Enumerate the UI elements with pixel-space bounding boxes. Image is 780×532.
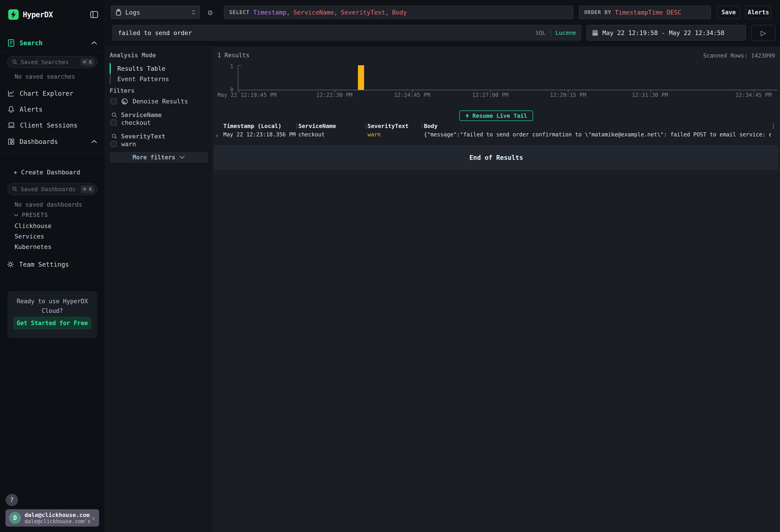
preset-services[interactable]: Services <box>14 233 44 240</box>
search-icon[interactable] <box>111 134 117 139</box>
search-bar[interactable]: SQL | Lucene <box>112 25 581 41</box>
sql-keyword: ORDER BY <box>584 9 611 15</box>
source-select[interactable]: Logs <box>111 6 200 19</box>
sql-mode-toggle[interactable]: SQL <box>535 30 545 36</box>
promo-line1: Ready to use HyperDX <box>7 296 97 306</box>
sidebar-collapse-icon[interactable] <box>90 11 98 18</box>
user-info: dale@clickhouse.com dale@clickhouse.com'… <box>25 512 91 524</box>
lucene-mode-toggle[interactable]: Lucene <box>555 30 576 36</box>
chevron-up-icon[interactable] <box>91 140 97 143</box>
column-header-servicename[interactable]: ServiceName <box>298 123 360 129</box>
column-header-body[interactable]: Body <box>424 123 492 129</box>
sidebar-item-search[interactable]: Search <box>0 38 105 48</box>
select-columns-input[interactable]: SELECT Timestamp, ServiceName, SeverityT… <box>224 6 573 19</box>
row-expand-icon[interactable]: › <box>215 132 219 139</box>
sidebar-item-team-settings[interactable]: Team Settings <box>0 259 105 270</box>
sql-column: ServiceName <box>293 9 334 16</box>
language-toggle: SQL | Lucene <box>535 30 581 36</box>
topbar: Logs ⚙ SELECT Timestamp, ServiceName, Se… <box>105 0 780 47</box>
saved-dashboards-input[interactable] <box>21 186 81 193</box>
mode-results-table[interactable]: Results Table <box>110 63 205 74</box>
no-saved-searches-text: No saved searches <box>14 73 75 80</box>
filter-option-label: warn <box>121 141 136 148</box>
x-tick-label: 12:22:30 PM <box>316 92 352 98</box>
time-range-picker[interactable]: May 22 12:19:58 - May 22 12:34:58 <box>587 25 746 41</box>
sidebar-item-dashboards[interactable]: Dashboards <box>0 136 105 147</box>
search-icon <box>12 59 17 65</box>
more-filters-button[interactable]: More filters <box>110 152 208 163</box>
live-tail-row: Resume Live Tail <box>212 110 780 121</box>
results-area: 1 Results Scanned Rows: 1423099 1 0 May … <box>212 47 780 532</box>
filter-option-checkout[interactable]: checkout <box>110 119 151 126</box>
sidebar-item-label: Client Sessions <box>20 122 78 129</box>
filter-group-severitytext: SeverityText <box>111 133 165 140</box>
resume-live-tail-button[interactable]: Resume Live Tail <box>459 110 533 121</box>
column-settings-icon[interactable]: ⋮ <box>771 122 776 129</box>
select-chevrons-icon <box>192 10 195 15</box>
presets-toggle[interactable]: PRESETS <box>14 212 48 218</box>
end-of-results-label: End of Results <box>469 154 523 161</box>
no-saved-dashboards-text: No saved dashboards <box>14 201 82 208</box>
mode-label: Event Patterns <box>117 76 169 83</box>
column-header-timestamp[interactable]: Timestamp (Local) <box>223 123 292 129</box>
sidebar-item-chart-explorer[interactable]: Chart Explorer <box>0 88 105 99</box>
sidebar-item-label: Chart Explorer <box>19 90 73 97</box>
get-started-button[interactable]: Get Started for Free <box>13 317 91 330</box>
analysis-mode-label: Analysis Mode <box>110 52 156 59</box>
search-icon[interactable] <box>111 112 117 118</box>
chart-x-axis: May 22 12:19:45 PM12:22:30 PM12:24:45 PM… <box>238 92 777 99</box>
run-query-button[interactable]: ▷ <box>751 25 775 41</box>
order-by-input[interactable]: ORDER BY TimestampTime DESC <box>579 6 711 19</box>
create-dashboard-button[interactable]: + Create Dashboard <box>14 169 80 176</box>
mode-event-patterns[interactable]: Event Patterns <box>110 74 205 84</box>
logs-source-icon <box>115 9 121 16</box>
comma: , <box>385 9 389 16</box>
denoise-label: Denoise Results <box>133 98 188 105</box>
checkout-checkbox[interactable] <box>110 119 117 126</box>
time-range-value: May 22 12:19:58 - May 22 12:34:58 <box>602 29 724 36</box>
toggle-divider: | <box>549 30 552 36</box>
chevron-up-icon[interactable] <box>91 41 97 45</box>
cmd-k-shortcut: ⌘ K <box>81 58 94 66</box>
filter-option-label: checkout <box>121 119 151 126</box>
saved-dashboards-search[interactable]: ⌘ K <box>7 183 97 195</box>
source-settings-gear-icon[interactable]: ⚙ <box>203 6 217 19</box>
cloud-promo-card: Ready to use HyperDX Cloud? Get Started … <box>7 291 97 338</box>
sidebar-item-alerts[interactable]: Alerts <box>0 104 105 114</box>
laptop-icon <box>8 122 15 129</box>
comma: , <box>286 9 290 16</box>
x-tick-label: 12:34:45 PM <box>735 92 772 98</box>
help-button[interactable]: ? <box>6 494 18 506</box>
denoise-results-option[interactable]: Denoise Results <box>110 98 188 105</box>
saved-searches-input[interactable] <box>21 59 81 65</box>
sql-column: Timestamp <box>253 9 286 16</box>
preset-clickhouse[interactable]: Clickhouse <box>14 222 52 229</box>
save-button[interactable]: Save <box>717 6 740 19</box>
sql-column: SeverityText <box>341 9 385 16</box>
warn-checkbox[interactable] <box>110 141 117 147</box>
mode-label: Results Table <box>117 65 165 72</box>
column-header-severitytext[interactable]: SeverityText <box>368 123 418 129</box>
alerts-button[interactable]: Alerts <box>746 6 771 19</box>
end-of-results: End of Results <box>214 145 779 170</box>
sidebar-item-client-sessions[interactable]: Client Sessions <box>0 120 105 131</box>
table-row[interactable]: › May 22 12:23:18.356 PM checkout warn {… <box>212 132 780 141</box>
sql-column: Body <box>392 9 407 16</box>
x-tick-label: 12:24:45 PM <box>394 92 430 98</box>
hyperdx-logo-icon <box>8 9 19 20</box>
cmd-k-shortcut: ⌘ K <box>81 186 94 193</box>
filter-option-warn[interactable]: warn <box>110 141 136 148</box>
cell-timestamp: May 22 12:23:18.356 PM <box>223 132 296 138</box>
filters-panel: Analysis Mode Results Table Event Patter… <box>105 47 212 532</box>
preset-kubernetes[interactable]: Kubernetes <box>14 243 52 250</box>
chart-bar[interactable] <box>358 65 364 90</box>
user-menu[interactable]: D dale@clickhouse.com dale@clickhouse.co… <box>5 509 99 527</box>
more-filters-label: More filters <box>133 154 175 161</box>
x-tick-label: 12:27:00 PM <box>472 92 508 98</box>
search-input[interactable] <box>112 29 535 36</box>
scanned-rows: Scanned Rows: 1423099 <box>703 52 775 59</box>
comma: , <box>334 9 337 16</box>
divider <box>0 52 105 52</box>
denoise-checkbox[interactable] <box>110 98 117 104</box>
saved-searches-search[interactable]: ⌘ K <box>7 56 97 68</box>
